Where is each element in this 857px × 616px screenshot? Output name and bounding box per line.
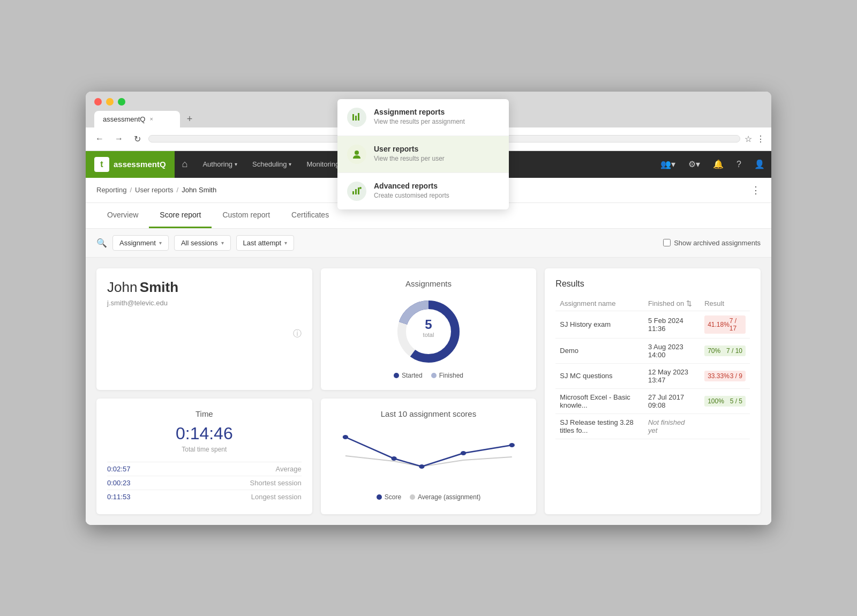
tab-close-button[interactable]: × xyxy=(149,116,153,122)
breadcrumb-more-icon[interactable]: ⋮ xyxy=(751,184,761,196)
search-button[interactable]: 🔍 xyxy=(96,238,107,248)
advanced-reports-text: Advanced reports Create customised repor… xyxy=(374,182,449,199)
svg-point-12 xyxy=(359,187,362,189)
time-row-longest: 0:11:53 Longest session xyxy=(107,490,302,504)
scores-title: Last 10 assignment scores xyxy=(332,409,526,418)
svg-rect-7 xyxy=(358,113,359,121)
time-row-average: 0:02:57 Average xyxy=(107,462,302,476)
assignments-title: Assignments xyxy=(332,279,526,288)
score-dot xyxy=(461,451,466,455)
tab-title: assessmentQ xyxy=(103,115,145,123)
result-badge-good: 70% 7 / 10 xyxy=(704,345,746,356)
browser-more-icon[interactable]: ⋮ xyxy=(756,134,765,144)
row-name: SJ MC questions xyxy=(555,363,644,388)
time-row-shortest: 0:00:23 Shortest session xyxy=(107,476,302,490)
svg-rect-6 xyxy=(355,116,357,121)
user-reports-icon xyxy=(347,145,366,164)
user-email: j.smith@televic.edu xyxy=(107,299,302,307)
assignment-filter[interactable]: Assignment ▾ xyxy=(112,235,169,251)
user-card-bottom: ⓘ xyxy=(107,328,302,340)
svg-text:total: total xyxy=(423,332,434,338)
tab-score-report[interactable]: Score report xyxy=(149,203,212,228)
dropdown-item-advanced[interactable]: Advanced reports Create customised repor… xyxy=(337,173,509,209)
refresh-button[interactable]: ↻ xyxy=(131,132,144,146)
nav-help-icon[interactable]: ? xyxy=(730,151,748,178)
donut-chart: 5 total xyxy=(332,297,526,366)
result-badge-bad: 41.18% 7 / 17 xyxy=(704,315,746,334)
close-button[interactable] xyxy=(94,98,102,106)
assignment-reports-text: Assignment reports View the results per … xyxy=(374,108,465,125)
score-dot xyxy=(342,435,348,439)
line-chart xyxy=(332,424,526,488)
tab-custom-report[interactable]: Custom report xyxy=(212,203,281,228)
breadcrumb-reporting[interactable]: Reporting xyxy=(96,186,126,194)
dropdown-item-assignment[interactable]: Assignment reports View the results per … xyxy=(337,99,509,136)
started-dot xyxy=(394,373,399,378)
nav-item-authoring[interactable]: Authoring ▾ xyxy=(195,151,245,178)
svg-rect-11 xyxy=(358,187,359,194)
col-assignment-name: Assignment name xyxy=(555,296,644,311)
svg-rect-10 xyxy=(355,189,357,194)
legend-finished: Finished xyxy=(431,372,463,379)
row-result: 100% 5 / 5 xyxy=(700,388,750,414)
forward-button[interactable]: → xyxy=(111,132,126,146)
bookmark-icon[interactable]: ☆ xyxy=(745,134,752,144)
svg-text:5: 5 xyxy=(425,317,432,332)
breadcrumb-current: John Smith xyxy=(182,186,216,194)
sessions-filter[interactable]: All sessions ▾ xyxy=(174,235,231,251)
assignment-filter-caret: ▾ xyxy=(159,240,162,246)
chart-legend: Score Average (assignment) xyxy=(332,493,526,501)
row-name: SJ Release testing 3.28 titles fo... xyxy=(555,414,644,439)
score-dot xyxy=(391,456,396,461)
browser-tab[interactable]: assessmentQ × xyxy=(94,111,180,127)
time-label: Total time spent xyxy=(107,446,302,453)
user-reports-text: User reports View the results per user xyxy=(374,145,445,162)
table-row: SJ MC questions 12 May 2023 13:47 33.33%… xyxy=(555,363,750,388)
nav-home-button[interactable]: ⌂ xyxy=(175,151,196,178)
authoring-caret-icon: ▾ xyxy=(235,161,237,167)
attempt-filter-caret: ▾ xyxy=(284,240,287,246)
breadcrumb: Reporting / User reports / John Smith xyxy=(96,186,216,194)
info-icon[interactable]: ⓘ xyxy=(293,328,302,340)
minimize-button[interactable] xyxy=(106,98,114,106)
back-button[interactable]: ← xyxy=(92,132,107,146)
legend-score: Score xyxy=(377,493,401,501)
results-dropdown: Assignment reports View the results per … xyxy=(337,99,509,209)
brand[interactable]: t assessmentQ xyxy=(86,151,175,178)
user-name: John Smith xyxy=(107,279,302,296)
maximize-button[interactable] xyxy=(118,98,125,106)
show-archived-label[interactable]: Show archived assignments xyxy=(663,239,761,247)
row-finished: 5 Feb 2024 11:36 xyxy=(644,311,700,338)
table-row: Microsoft Excel - Basic knowle... 27 Jul… xyxy=(555,388,750,414)
new-tab-button[interactable]: + xyxy=(182,111,197,126)
finished-dot xyxy=(431,373,437,378)
nav-right: 👥▾ ⚙▾ 🔔 ? 👤 xyxy=(654,151,771,178)
table-row: SJ Release testing 3.28 titles fo... Not… xyxy=(555,414,750,439)
row-name: SJ History exam xyxy=(555,311,644,338)
result-badge-perfect: 100% 5 / 5 xyxy=(704,396,746,407)
sort-icon[interactable]: ⇅ xyxy=(686,299,692,307)
assignments-card: Assignments 5 total xyxy=(321,268,537,390)
legend-average: Average (assignment) xyxy=(410,493,480,501)
table-row: Demo 3 Aug 2023 14:00 70% 7 / 10 xyxy=(555,338,750,363)
show-archived-checkbox[interactable] xyxy=(663,239,671,246)
score-dot xyxy=(509,443,514,447)
row-result: 70% 7 / 10 xyxy=(700,338,750,363)
breadcrumb-user-reports[interactable]: User reports xyxy=(135,186,174,194)
nav-settings-icon[interactable]: ⚙▾ xyxy=(682,151,706,178)
nav-account-icon[interactable]: 👤 xyxy=(748,151,771,178)
dropdown-item-user[interactable]: User reports View the results per user xyxy=(337,136,509,173)
scheduling-caret-icon: ▾ xyxy=(289,161,291,167)
brand-name: assessmentQ xyxy=(114,160,166,169)
assignment-reports-icon xyxy=(347,108,366,127)
legend-started: Started xyxy=(394,372,423,379)
tab-certificates[interactable]: Certificates xyxy=(281,203,340,228)
nav-notifications-icon[interactable]: 🔔 xyxy=(706,151,730,178)
tab-overview[interactable]: Overview xyxy=(96,203,149,228)
nav-users-icon[interactable]: 👥▾ xyxy=(654,151,682,178)
results-title: Results xyxy=(555,279,750,289)
nav-item-scheduling[interactable]: Scheduling ▾ xyxy=(245,151,299,178)
results-table: Assignment name Finished on ⇅ Result xyxy=(555,296,750,439)
attempt-filter[interactable]: Last attempt ▾ xyxy=(236,235,295,251)
advanced-reports-icon xyxy=(347,182,366,201)
